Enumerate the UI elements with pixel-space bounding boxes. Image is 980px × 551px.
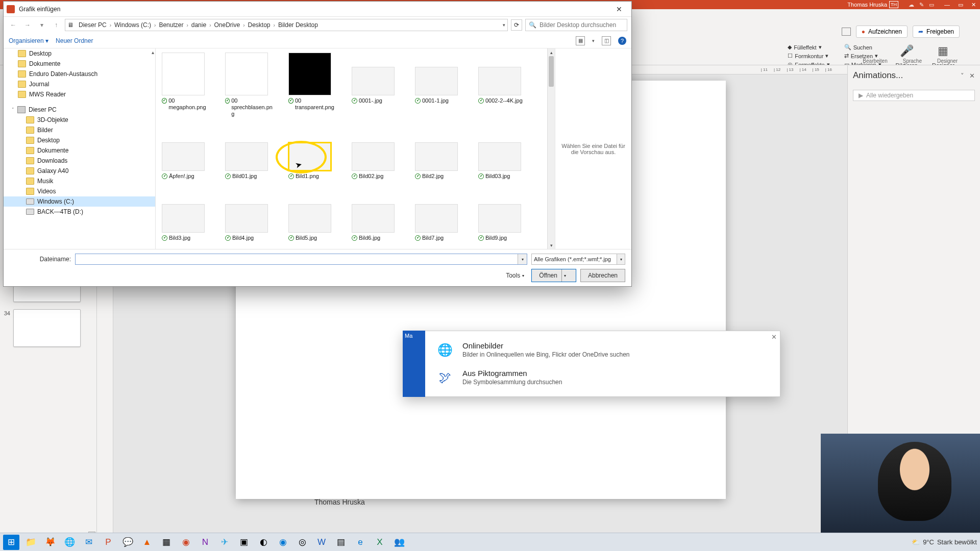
word-icon[interactable]: W xyxy=(313,535,330,550)
cloud-icon[interactable]: ☁ xyxy=(909,2,914,8)
pane-chevron-icon[interactable]: ˅ xyxy=(961,72,964,80)
tree-item[interactable]: Musik xyxy=(4,176,155,186)
vlc-icon[interactable]: ▲ xyxy=(139,535,155,550)
nav-recent-icon[interactable]: ▾ xyxy=(36,19,47,31)
app-icon-1[interactable]: 💬 xyxy=(119,535,136,550)
tree-item[interactable]: Dokumente xyxy=(4,59,155,69)
chrome-icon[interactable]: 🌐 xyxy=(61,535,78,550)
tree-item[interactable]: Downloads xyxy=(4,156,155,166)
weather-widget[interactable]: ⛅ 9°C Stark bewölkt xyxy=(912,538,977,546)
file-item[interactable]: ✔0002-2--4K.jpg xyxy=(478,53,526,118)
edge-icon[interactable]: e xyxy=(352,535,369,550)
start-button[interactable]: ⊞ xyxy=(3,535,19,550)
scroll-up-arrow[interactable]: ▴ xyxy=(548,48,555,56)
file-explorer-icon[interactable]: 📁 xyxy=(22,535,39,550)
organize-button[interactable]: Organisieren ▾ xyxy=(9,37,48,44)
search-box[interactable]: 🔍 xyxy=(525,19,627,31)
tree-item[interactable]: MWS Reader xyxy=(4,89,155,99)
slide-thumb-34[interactable] xyxy=(13,309,81,347)
file-type-filter[interactable]: Alle Grafiken (*.emf;*.wmf;*.jpg ▾ xyxy=(531,254,625,265)
firefox-icon[interactable]: 🦊 xyxy=(42,535,58,550)
file-item[interactable]: ✔Bild4.jpg xyxy=(225,190,273,241)
tree-item[interactable]: 3D-Objekte xyxy=(4,115,155,125)
file-item[interactable]: ✔00 megaphon.png xyxy=(162,53,210,118)
minimize-icon[interactable]: — xyxy=(944,2,950,8)
window-icon[interactable]: ▭ xyxy=(929,2,934,8)
file-item[interactable]: ✔0001-1.jpg xyxy=(415,53,463,118)
ribbon-display-options[interactable] xyxy=(842,28,851,36)
tree-item[interactable]: Galaxy A40 xyxy=(4,166,155,176)
menu-close-icon[interactable]: ✕ xyxy=(771,333,777,341)
play-all-button[interactable]: ▶ Alle wiedergeben xyxy=(853,90,975,101)
tree-item[interactable]: Desktop xyxy=(4,135,155,145)
file-grid[interactable]: ✔00 megaphon.png✔00 sprechblasen.png✔00 … xyxy=(156,48,547,249)
telegram-icon[interactable]: ✈ xyxy=(216,535,233,550)
path-segment[interactable]: OneDrive xyxy=(212,21,242,29)
app-icon-4[interactable]: ▣ xyxy=(236,535,252,550)
find-button[interactable]: 🔍 Suchen xyxy=(844,44,881,51)
outlook-icon[interactable]: ✉ xyxy=(81,535,97,550)
file-item[interactable]: ✔Bild02.jpg xyxy=(352,128,400,180)
app-icon-5[interactable]: ◐ xyxy=(255,535,272,550)
app-icon-3[interactable]: ◉ xyxy=(178,535,194,550)
refresh-button[interactable]: ⟳ xyxy=(511,19,522,31)
tree-item[interactable]: Videos xyxy=(4,186,155,196)
file-item[interactable]: ✔Bild01.jpg xyxy=(225,128,273,180)
file-item[interactable]: ✔Bild9.jpg xyxy=(478,190,526,241)
tree-item[interactable]: Dokumente xyxy=(4,145,155,156)
online-images-title[interactable]: Onlinebilder xyxy=(462,341,630,350)
folder-tree[interactable]: ▴ DesktopDokumenteEnduro Daten-Austausch… xyxy=(4,48,156,249)
pictogram-title[interactable]: Aus Piktogrammen xyxy=(462,369,562,378)
onenote-icon[interactable]: N xyxy=(197,535,213,550)
path-segment[interactable]: Dieser PC xyxy=(77,21,109,29)
preview-pane-button[interactable]: ◫ xyxy=(602,36,611,45)
record-button[interactable]: ●Aufzeichnen xyxy=(856,26,908,38)
teams-icon[interactable]: 👥 xyxy=(391,535,407,550)
share-button[interactable]: ➦Freigeben xyxy=(913,26,960,38)
search-input[interactable] xyxy=(540,21,624,29)
new-folder-button[interactable]: Neuer Ordner xyxy=(56,37,93,44)
filename-field[interactable] xyxy=(76,254,517,264)
path-segment[interactable]: Windows (C:) xyxy=(112,21,153,29)
filename-dropdown[interactable]: ▾ xyxy=(518,254,527,264)
dialog-close-button[interactable]: ✕ xyxy=(610,3,628,15)
open-button[interactable]: Öffnen▾ xyxy=(531,269,576,282)
nav-back-icon[interactable]: ← xyxy=(8,19,19,31)
path-segment[interactable]: Desktop xyxy=(246,21,273,29)
app-icon-8[interactable]: ▤ xyxy=(333,535,349,550)
tree-this-pc[interactable]: ˅ Dieser PC xyxy=(4,105,155,115)
tree-item[interactable]: BACK---4TB (D:) xyxy=(4,207,155,217)
file-scrollbar[interactable]: ▴ ▾ xyxy=(547,48,555,249)
cancel-button[interactable]: Abbrechen xyxy=(580,269,625,282)
tree-item[interactable]: Bilder xyxy=(4,125,155,135)
shape-outline-button[interactable]: ☐ Formkontur ▾ xyxy=(788,53,830,59)
dialog-titlebar[interactable]: Grafik einfügen ✕ xyxy=(4,2,631,17)
view-mode-chevron[interactable]: ▾ xyxy=(592,38,595,43)
file-item[interactable]: ✔Bild3.jpg xyxy=(162,190,210,241)
tree-item[interactable]: Windows (C:) xyxy=(4,196,155,207)
tree-item[interactable]: Enduro Daten-Austausch xyxy=(4,69,155,79)
tree-item[interactable]: Desktop xyxy=(4,48,155,59)
file-item[interactable]: ✔Bild7.jpg xyxy=(415,190,463,241)
path-segment[interactable]: Benutzer xyxy=(157,21,185,29)
excel-icon[interactable]: X xyxy=(372,535,388,550)
file-item[interactable]: ✔Bild5.jpg xyxy=(288,190,336,241)
maximize-icon[interactable]: ▭ xyxy=(958,2,963,8)
file-item[interactable]: ✔Äpfen!.jpg xyxy=(162,128,210,180)
app-icon-6[interactable]: ◉ xyxy=(275,535,291,550)
file-item[interactable]: ✔00 sprechblasen.png xyxy=(225,53,273,118)
powerpoint-icon[interactable]: P xyxy=(100,535,116,550)
scroll-down-arrow[interactable]: ▾ xyxy=(548,241,555,249)
view-mode-button[interactable]: ▦ xyxy=(576,36,585,45)
app-icon-7[interactable]: ◎ xyxy=(294,535,310,550)
nav-forward-icon[interactable]: → xyxy=(22,19,33,31)
file-item[interactable]: ✔Bild2.jpg xyxy=(415,128,463,180)
file-item[interactable]: ✔Bild1.png xyxy=(288,128,336,180)
file-item[interactable]: ✔Bild6.jpg xyxy=(352,190,400,241)
breadcrumb-path[interactable]: 🖥Dieser PC›Windows (C:)›Benutzer›danie›O… xyxy=(65,19,508,31)
file-item[interactable]: ✔00 transparent.png xyxy=(288,53,336,118)
tools-button[interactable]: Tools ▾ xyxy=(506,272,524,279)
tree-scroll-up[interactable]: ▴ xyxy=(152,49,154,55)
close-icon[interactable]: ✕ xyxy=(971,2,976,8)
path-segment[interactable]: Bilder Desktop xyxy=(276,21,320,29)
